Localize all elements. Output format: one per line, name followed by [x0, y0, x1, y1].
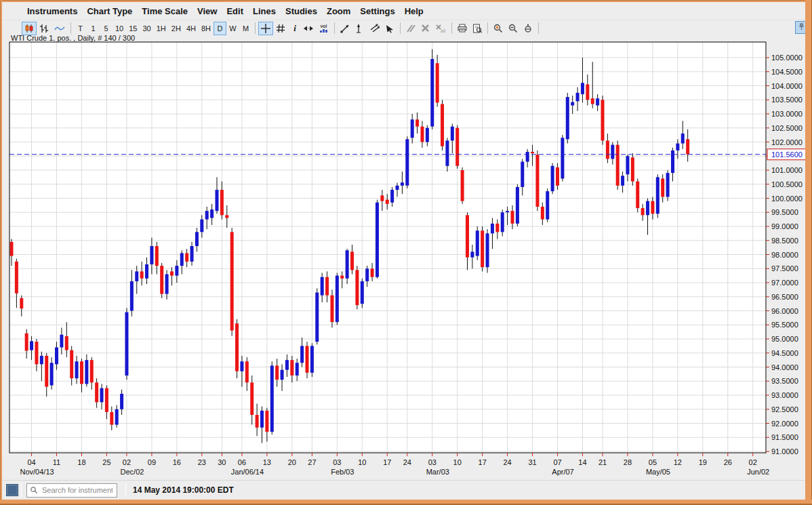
svg-text:99.0000: 99.0000: [771, 222, 798, 230]
candle: [561, 135, 564, 181]
candle: [270, 361, 274, 435]
instrument-color-button[interactable]: [6, 484, 18, 496]
candle: [230, 228, 234, 336]
svg-text:103.0000: 103.0000: [771, 110, 803, 118]
candle: [486, 229, 489, 272]
trend-line-icon: [340, 24, 350, 33]
svg-text:27: 27: [308, 458, 316, 466]
timeframe-W-button[interactable]: W: [226, 22, 239, 35]
svg-text:30: 30: [218, 458, 226, 466]
candle: [666, 170, 670, 201]
candle: [336, 272, 339, 325]
delete-all-drawings-button[interactable]: all: [432, 22, 449, 35]
status-bar: 14 May 2014 19:00:00 EDT: [2, 480, 805, 500]
timeframe-T-button[interactable]: T: [74, 22, 87, 35]
horizontal-expand-button[interactable]: [301, 22, 316, 35]
svg-text:vol: vol: [320, 24, 327, 28]
timeframe-5-button[interactable]: 5: [100, 22, 113, 35]
candle: [235, 319, 239, 378]
zoom-out-button[interactable]: [506, 22, 521, 35]
price-chart[interactable]: 91.000091.500092.000092.500093.000093.50…: [0, 0, 812, 505]
candle: [160, 263, 163, 298]
menu-studies[interactable]: Studies: [281, 4, 322, 18]
timeframe-4H-button[interactable]: 4H: [184, 22, 199, 35]
arrow-pointer-button[interactable]: [382, 22, 397, 35]
print-icon: [458, 24, 467, 33]
menu-chart-type[interactable]: Chart Type: [82, 4, 137, 18]
candle: [636, 178, 639, 212]
svg-text:96.5000: 96.5000: [771, 293, 798, 301]
toolbar-separator: [255, 22, 256, 34]
menu-instruments[interactable]: Instruments: [22, 4, 82, 18]
menu-settings[interactable]: Settings: [355, 4, 399, 18]
svg-text:Apr/07: Apr/07: [552, 468, 573, 476]
delete-drawing-button[interactable]: [418, 22, 432, 35]
zoom-fit-button[interactable]: [521, 22, 535, 35]
price-axis[interactable]: 91.000091.500092.000092.500093.000093.50…: [766, 54, 803, 456]
timeframe-M-button[interactable]: M: [239, 22, 252, 35]
timeframe-15-button[interactable]: 15: [126, 22, 140, 35]
candle: [375, 200, 379, 279]
zoom-in-button[interactable]: [491, 22, 506, 35]
menu-edit[interactable]: Edit: [222, 4, 248, 18]
toolbar-separator: [400, 22, 401, 34]
timeframe-2H-button[interactable]: 2H: [169, 22, 184, 35]
candlestick-chart-icon: [24, 24, 34, 33]
menu-time-scale[interactable]: Time Scale: [137, 4, 192, 18]
svg-text:10: 10: [358, 458, 366, 466]
candle: [535, 150, 539, 211]
svg-text:31: 31: [528, 458, 536, 466]
timeframe-1-button[interactable]: 1: [87, 22, 100, 35]
grid-button[interactable]: [273, 22, 288, 35]
svg-text:101.0000: 101.0000: [771, 166, 803, 174]
print-button[interactable]: [455, 22, 470, 35]
candle: [441, 100, 444, 150]
crosshair-button[interactable]: [258, 22, 273, 35]
delete-drawing-icon: [421, 24, 430, 33]
svg-text:07: 07: [553, 458, 561, 466]
window-frame-top: [0, 0, 812, 2]
ohlc-bars-button[interactable]: [37, 22, 52, 35]
svg-text:03: 03: [428, 458, 437, 466]
svg-text:10: 10: [453, 458, 462, 466]
menu-view[interactable]: View: [192, 4, 222, 18]
candle: [551, 163, 554, 195]
svg-text:03: 03: [333, 458, 341, 466]
candle: [516, 184, 519, 226]
parallel-channel-button[interactable]: [367, 22, 382, 35]
timeframe-30-button[interactable]: 30: [140, 22, 154, 35]
svg-text:02: 02: [749, 458, 757, 466]
svg-text:19: 19: [699, 458, 707, 466]
candlestick-chart-button[interactable]: [22, 22, 37, 35]
candle: [481, 226, 484, 271]
instrument-search-box[interactable]: [26, 483, 117, 498]
menu-lines[interactable]: Lines: [248, 4, 281, 18]
vertical-line-button[interactable]: [352, 22, 367, 35]
svg-text:25: 25: [102, 458, 110, 466]
svg-text:Jan/06/14: Jan/06/14: [231, 468, 264, 476]
line-chart-button[interactable]: [52, 22, 68, 35]
arrow-pointer-icon: [385, 24, 394, 33]
svg-text:101.5600: 101.5600: [771, 150, 803, 159]
timeframe-D-button[interactable]: D: [214, 22, 226, 35]
time-axis[interactable]: 04Nov/04/1311182502Dec/020916233006Jan/0…: [20, 453, 769, 476]
menu-help[interactable]: Help: [400, 4, 428, 18]
vertical-line-icon: [355, 24, 365, 33]
window-frame-bottom: [0, 500, 812, 505]
print-preview-icon: [472, 24, 482, 33]
svg-text:94.0000: 94.0000: [771, 363, 798, 371]
timeframe-8H-button[interactable]: 8H: [199, 22, 214, 35]
search-input[interactable]: [41, 485, 114, 495]
candle: [430, 49, 434, 129]
volume-button[interactable]: vol: [316, 22, 331, 35]
svg-text:20: 20: [288, 458, 296, 466]
timeframe-10-button[interactable]: 10: [113, 22, 126, 35]
print-preview-button[interactable]: [470, 22, 485, 35]
parallel-lines-button[interactable]: [403, 22, 418, 35]
timeframe-1H-button[interactable]: 1H: [154, 22, 169, 35]
info-button[interactable]: i: [288, 22, 301, 35]
menu-zoom[interactable]: Zoom: [322, 4, 355, 18]
trend-line-button[interactable]: [338, 22, 352, 35]
info-icon: i: [292, 24, 298, 33]
candle: [361, 279, 364, 308]
